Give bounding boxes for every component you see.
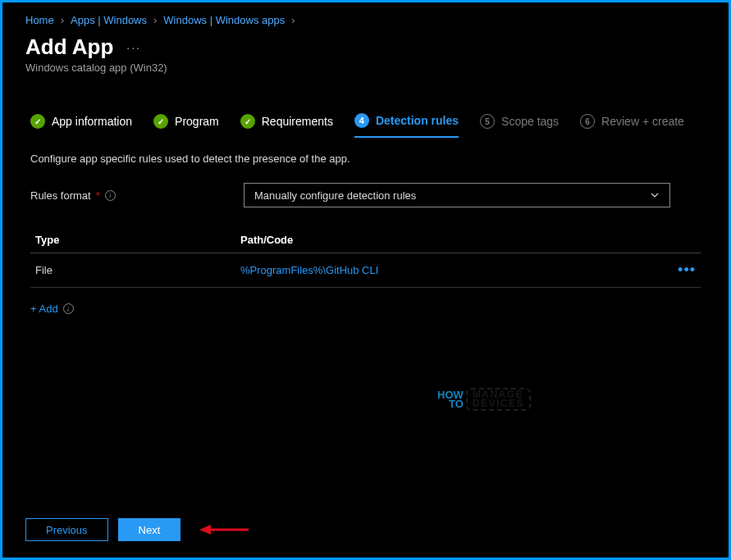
- breadcrumb-home[interactable]: Home: [25, 14, 54, 26]
- info-icon[interactable]: i: [105, 190, 116, 201]
- step-description: Configure app specific rules used to det…: [2, 138, 729, 165]
- wizard-footer: Previous Next: [25, 518, 180, 541]
- page-title: Add App: [25, 34, 113, 60]
- step-number-icon: 6: [580, 114, 595, 129]
- cell-type: File: [30, 264, 240, 276]
- detection-rules-table: Type Path/Code File %ProgramFiles%\GitHu…: [30, 227, 701, 288]
- table-header: Type Path/Code: [30, 227, 701, 253]
- svg-marker-1: [199, 525, 211, 535]
- step-label: Review + create: [601, 115, 684, 128]
- step-label: Program: [175, 115, 219, 128]
- step-program[interactable]: ✓ Program: [153, 114, 219, 137]
- step-number-icon: 4: [354, 113, 369, 128]
- cell-path[interactable]: %ProgramFiles%\GitHub CLI: [240, 264, 668, 276]
- breadcrumb: Home › Apps | Windows › Windows | Window…: [2, 2, 729, 33]
- rules-format-dropdown[interactable]: Manually configure detection rules: [244, 183, 670, 207]
- required-asterisk: *: [96, 189, 100, 202]
- step-app-information[interactable]: ✓ App information: [30, 114, 132, 137]
- step-number-icon: 5: [480, 114, 495, 129]
- rules-format-row: Rules format * i Manually configure dete…: [2, 165, 729, 207]
- header-type: Type: [30, 234, 240, 246]
- step-label: Scope tags: [501, 115, 559, 128]
- chevron-right-icon: ›: [291, 14, 295, 26]
- step-detection-rules[interactable]: 4 Detection rules: [354, 113, 459, 138]
- next-button[interactable]: Next: [118, 518, 181, 541]
- label-text: Rules format: [30, 189, 91, 202]
- check-icon: ✓: [30, 114, 45, 129]
- step-label: Detection rules: [376, 114, 459, 127]
- add-label: + Add: [30, 303, 58, 315]
- step-label: App information: [52, 115, 132, 128]
- breadcrumb-windows-apps[interactable]: Windows | Windows apps: [163, 14, 285, 26]
- rules-format-label: Rules format * i: [30, 189, 244, 202]
- chevron-down-icon: [650, 190, 660, 200]
- header-path: Path/Code: [240, 234, 668, 246]
- add-rule-link[interactable]: + Add i: [2, 288, 729, 330]
- watermark-to: TO: [449, 399, 464, 408]
- info-icon[interactable]: i: [63, 303, 74, 314]
- check-icon: ✓: [153, 114, 168, 129]
- table-row[interactable]: File %ProgramFiles%\GitHub CLI •••: [30, 253, 701, 288]
- watermark-devices: DEVICES: [473, 399, 524, 408]
- annotation-arrow-icon: [199, 521, 249, 538]
- row-menu-icon[interactable]: •••: [668, 262, 701, 279]
- watermark: HOW TO MANAGE DEVICES: [437, 388, 531, 411]
- previous-button[interactable]: Previous: [25, 518, 108, 541]
- dropdown-value: Manually configure detection rules: [254, 189, 416, 202]
- check-icon: ✓: [240, 114, 255, 129]
- breadcrumb-apps-windows[interactable]: Apps | Windows: [71, 14, 147, 26]
- step-label: Requirements: [262, 115, 333, 128]
- wizard-steps: ✓ App information ✓ Program ✓ Requiremen…: [2, 80, 729, 138]
- step-requirements[interactable]: ✓ Requirements: [240, 114, 333, 137]
- chevron-right-icon: ›: [153, 14, 157, 26]
- page-subtitle: Windows catalog app (Win32): [25, 61, 706, 74]
- step-scope-tags[interactable]: 5 Scope tags: [480, 114, 559, 137]
- step-review-create[interactable]: 6 Review + create: [580, 114, 684, 137]
- chevron-right-icon: ›: [61, 14, 64, 26]
- more-icon[interactable]: ···: [126, 41, 141, 54]
